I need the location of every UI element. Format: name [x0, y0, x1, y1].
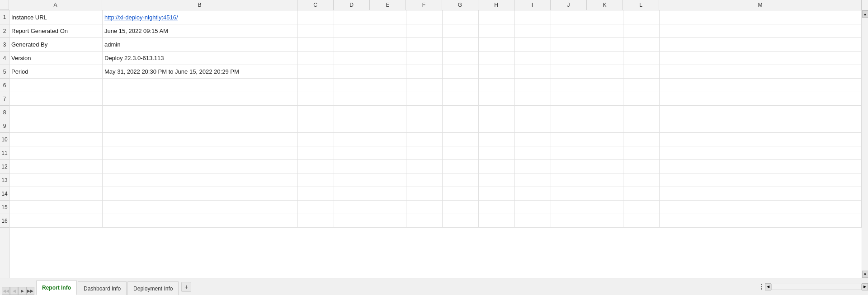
- cell-d2[interactable]: [334, 24, 370, 37]
- col-header-k[interactable]: K: [587, 0, 623, 10]
- cell-i3[interactable]: [515, 38, 551, 51]
- cell-i5[interactable]: [515, 65, 551, 78]
- cell-l1[interactable]: [623, 10, 660, 24]
- cell-e4[interactable]: [370, 52, 406, 65]
- cell-d5[interactable]: [334, 65, 370, 78]
- row-num-14[interactable]: 14: [0, 187, 9, 201]
- cell-j2[interactable]: [551, 24, 587, 37]
- add-sheet-button[interactable]: +: [181, 282, 191, 292]
- row-num-3[interactable]: 3: [0, 38, 9, 52]
- cell-m1[interactable]: [660, 10, 862, 24]
- cell-k5[interactable]: [587, 65, 623, 78]
- cell-l5[interactable]: [623, 65, 660, 78]
- cell-f1[interactable]: [406, 10, 443, 24]
- cell-k1[interactable]: [587, 10, 623, 24]
- cell-h3[interactable]: [479, 38, 515, 51]
- cell-c4[interactable]: [298, 52, 334, 65]
- cell-l4[interactable]: [623, 52, 660, 65]
- cell-j4[interactable]: [551, 52, 587, 65]
- cell-d3[interactable]: [334, 38, 370, 51]
- scroll-down-button[interactable]: ▼: [862, 271, 868, 278]
- col-header-a[interactable]: A: [9, 0, 102, 10]
- cell-f3[interactable]: [406, 38, 443, 51]
- cell-h1[interactable]: [479, 10, 515, 24]
- scroll-track-horizontal[interactable]: [771, 284, 862, 290]
- cell-e1[interactable]: [370, 10, 406, 24]
- cell-k4[interactable]: [587, 52, 623, 65]
- cell-i2[interactable]: [515, 24, 551, 37]
- instance-url-link[interactable]: http://xl-deploy-nightly:4516/: [104, 14, 178, 21]
- cell-c3[interactable]: [298, 38, 334, 51]
- cell-b5[interactable]: May 31, 2022 20:30 PM to June 15, 2022 2…: [103, 65, 298, 78]
- tab-report-info[interactable]: Report Info: [36, 281, 77, 295]
- cell-b3[interactable]: admin: [103, 38, 298, 51]
- cell-m4[interactable]: [660, 52, 862, 65]
- cell-e3[interactable]: [370, 38, 406, 51]
- cell-d1[interactable]: [334, 10, 370, 24]
- col-header-l[interactable]: L: [623, 0, 659, 10]
- cell-f4[interactable]: [406, 52, 443, 65]
- cell-d4[interactable]: [334, 52, 370, 65]
- vertical-scrollbar[interactable]: ▲ ▼: [862, 10, 868, 278]
- tab-last-button[interactable]: ▶▶: [26, 287, 34, 295]
- cell-a4[interactable]: Version: [9, 52, 103, 65]
- cell-a5[interactable]: Period: [9, 65, 103, 78]
- sheet-options-menu[interactable]: [758, 284, 765, 290]
- row-num-12[interactable]: 12: [0, 160, 9, 173]
- scroll-up-button[interactable]: ▲: [862, 10, 868, 18]
- cell-g1[interactable]: [443, 10, 479, 24]
- cell-m3[interactable]: [660, 38, 862, 51]
- cell-b6[interactable]: [103, 79, 298, 92]
- scroll-track-vertical[interactable]: [862, 18, 868, 271]
- col-header-m[interactable]: M: [659, 0, 862, 10]
- cell-j5[interactable]: [551, 65, 587, 78]
- cell-g2[interactable]: [443, 24, 479, 37]
- row-num-5[interactable]: 5: [0, 65, 9, 79]
- row-num-8[interactable]: 8: [0, 106, 9, 119]
- cell-k3[interactable]: [587, 38, 623, 51]
- tab-prev-button[interactable]: ◀: [10, 287, 18, 295]
- cell-l2[interactable]: [623, 24, 660, 37]
- scroll-right-button[interactable]: ▶: [862, 283, 868, 290]
- cell-h5[interactable]: [479, 65, 515, 78]
- cell-b2[interactable]: June 15, 2022 09:15 AM: [103, 24, 298, 37]
- tab-next-button[interactable]: ▶: [18, 287, 26, 295]
- row-num-15[interactable]: 15: [0, 201, 9, 214]
- row-num-7[interactable]: 7: [0, 92, 9, 106]
- col-header-g[interactable]: G: [442, 0, 478, 10]
- col-header-h[interactable]: H: [478, 0, 514, 10]
- row-num-16[interactable]: 16: [0, 214, 9, 228]
- cell-b4[interactable]: Deploy 22.3.0-613.113: [103, 52, 298, 65]
- col-header-i[interactable]: I: [514, 0, 551, 10]
- cell-l3[interactable]: [623, 38, 660, 51]
- tab-dashboard-info[interactable]: Dashboard Info: [78, 281, 127, 295]
- col-header-j[interactable]: J: [551, 0, 587, 10]
- cell-h4[interactable]: [479, 52, 515, 65]
- cell-i1[interactable]: [515, 10, 551, 24]
- cell-g3[interactable]: [443, 38, 479, 51]
- col-header-b[interactable]: B: [102, 0, 297, 10]
- cell-e2[interactable]: [370, 24, 406, 37]
- col-header-f[interactable]: F: [406, 0, 442, 10]
- cell-g5[interactable]: [443, 65, 479, 78]
- cell-f5[interactable]: [406, 65, 443, 78]
- tab-first-button[interactable]: ◀◀: [2, 287, 10, 295]
- cell-e5[interactable]: [370, 65, 406, 78]
- row-num-1[interactable]: 1: [0, 10, 9, 24]
- cell-f2[interactable]: [406, 24, 443, 37]
- tab-deployment-info[interactable]: Deployment Info: [127, 281, 179, 295]
- corner-select-all[interactable]: [0, 0, 9, 10]
- row-num-6[interactable]: 6: [0, 79, 9, 92]
- row-num-10[interactable]: 10: [0, 133, 9, 146]
- cell-b1[interactable]: http://xl-deploy-nightly:4516/: [103, 10, 298, 24]
- cell-c5[interactable]: [298, 65, 334, 78]
- col-header-e[interactable]: E: [370, 0, 406, 10]
- cell-a1[interactable]: Instance URL: [9, 10, 103, 24]
- col-header-d[interactable]: D: [334, 0, 370, 10]
- cell-a2[interactable]: Report Generated On: [9, 24, 103, 37]
- cell-g4[interactable]: [443, 52, 479, 65]
- cell-c1[interactable]: [298, 10, 334, 24]
- row-num-9[interactable]: 9: [0, 119, 9, 133]
- cell-a6[interactable]: [9, 79, 103, 92]
- cell-a3[interactable]: Generated By: [9, 38, 103, 51]
